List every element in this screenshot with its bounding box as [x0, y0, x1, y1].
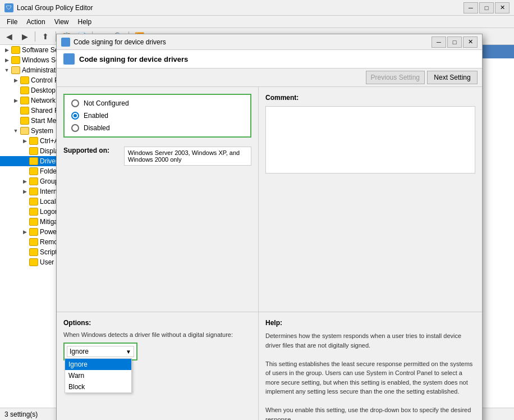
- radio-label-disabled: Disabled: [84, 124, 110, 132]
- radio-input-not-configured[interactable]: [71, 99, 79, 107]
- options-title: Options:: [63, 319, 251, 327]
- supported-on-value: Windows Server 2003, Windows XP, and Win…: [124, 147, 251, 166]
- radio-group: Not Configured Enabled Disabled: [63, 94, 251, 138]
- comment-box[interactable]: [265, 106, 475, 174]
- radio-input-disabled[interactable]: [71, 124, 79, 132]
- radio-enabled[interactable]: Enabled: [71, 112, 244, 120]
- radio-label-not-configured: Not Configured: [84, 99, 129, 107]
- radio-disabled[interactable]: Disabled: [71, 124, 244, 132]
- dialog-title-bar: Code signing for device drivers ─ □ ✕: [57, 34, 482, 50]
- dialog-sub-title: Code signing for device drivers: [79, 55, 188, 63]
- help-text: Determines how the system responds when …: [265, 331, 475, 420]
- help-panel: Help: Determines how the system responds…: [259, 312, 482, 420]
- help-title: Help:: [265, 319, 475, 327]
- radio-label-enabled: Enabled: [84, 112, 108, 120]
- dialog-maximize-btn[interactable]: □: [447, 36, 462, 48]
- supported-on-section: Supported on: Windows Server 2003, Windo…: [63, 144, 251, 168]
- dialog-title: Code signing for device drivers: [74, 38, 166, 46]
- supported-on-label: Supported on:: [63, 147, 120, 154]
- previous-setting-button[interactable]: Previous Setting: [366, 71, 425, 84]
- next-setting-button[interactable]: Next Setting: [427, 71, 478, 84]
- dialog-title-left: Code signing for device drivers: [61, 38, 166, 47]
- dialog-options-row: Options: When Windows detects a driver f…: [57, 312, 482, 420]
- dialog-left-panel: Not Configured Enabled Disabled Supporte…: [57, 87, 259, 312]
- dropdown-selected-value: Ignore: [70, 348, 89, 355]
- options-panel: Options: When Windows detects a driver f…: [57, 312, 259, 420]
- dialog-close-btn[interactable]: ✕: [463, 36, 478, 48]
- dropdown-container: Ignore ▼ Ignore Warn Block: [63, 343, 137, 360]
- policy-dialog: Code signing for device drivers ─ □ ✕ Co…: [56, 34, 483, 420]
- dialog-icon: [61, 38, 70, 47]
- options-description: When Windows detects a driver file witho…: [63, 331, 251, 338]
- dropdown-select[interactable]: Ignore ▼: [67, 346, 134, 357]
- dropdown-menu: Ignore Warn Block: [65, 358, 132, 393]
- dialog-minimize-btn[interactable]: ─: [432, 36, 446, 48]
- dialog-right-panel: Comment:: [259, 87, 482, 312]
- supported-on-text: Windows Server 2003, Windows XP, and Win…: [128, 149, 240, 163]
- dialog-controls: ─ □ ✕: [432, 36, 478, 48]
- dialog-toolbar: Previous Setting Next Setting: [57, 69, 482, 87]
- dialog-sub-header: Code signing for device drivers: [57, 50, 482, 69]
- dialog-overlay: Code signing for device drivers ─ □ ✕ Co…: [0, 0, 514, 420]
- dropdown-option-block[interactable]: Block: [65, 381, 131, 392]
- radio-not-configured[interactable]: Not Configured: [71, 99, 244, 107]
- dialog-body: Not Configured Enabled Disabled Supporte…: [57, 87, 482, 312]
- dropdown-arrow-icon: ▼: [126, 349, 131, 355]
- dropdown-option-warn[interactable]: Warn: [65, 370, 131, 381]
- dialog-sub-icon: [63, 53, 75, 65]
- comment-label: Comment:: [265, 94, 475, 102]
- radio-input-enabled[interactable]: [71, 112, 79, 120]
- dropdown-option-ignore[interactable]: Ignore: [65, 359, 131, 370]
